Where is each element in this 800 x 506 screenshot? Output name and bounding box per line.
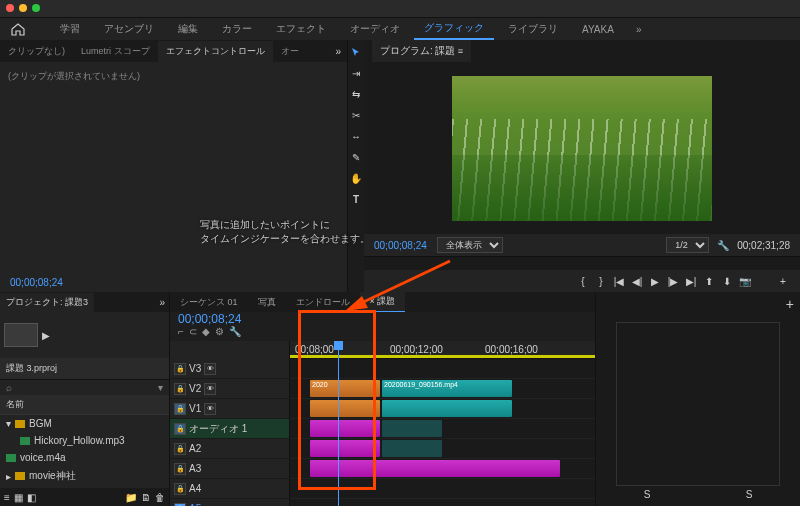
clip[interactable] xyxy=(382,400,512,417)
icon-view-icon[interactable]: ▦ xyxy=(14,492,23,503)
track-area[interactable]: 00;08;00 00;00;12;00 00;00;16;00 2020 20… xyxy=(290,341,595,506)
track-a2-header[interactable]: 🔒A2 xyxy=(170,439,289,459)
ws-tab-assembly[interactable]: アセンブリ xyxy=(94,19,164,39)
track-v2-header[interactable]: 🔒V2👁 xyxy=(170,379,289,399)
search-icon[interactable]: ⌕ xyxy=(6,382,12,393)
track-v1-header[interactable]: 🔒V1👁 xyxy=(170,399,289,419)
track-a1-header[interactable]: 🔒オーディオ 1 xyxy=(170,419,289,439)
settings-icon[interactable]: ⚙ xyxy=(215,326,224,337)
clip[interactable]: 20200619_090156.mp4 xyxy=(382,380,512,397)
new-bin-icon[interactable]: 📁 xyxy=(125,492,137,503)
lock-icon[interactable]: 🔒 xyxy=(174,363,186,375)
panel-overflow-icon[interactable]: » xyxy=(335,46,347,57)
wrench-icon[interactable]: 🔧 xyxy=(229,326,241,337)
extract-button[interactable]: ⬇ xyxy=(720,274,734,288)
ws-tab-audio[interactable]: オーディオ xyxy=(340,19,410,39)
ws-tab-graphics[interactable]: グラフィック xyxy=(414,18,494,40)
list-item[interactable]: voice.m4a xyxy=(0,449,169,466)
export-frame-button[interactable]: 📷 xyxy=(738,274,752,288)
track-row-v1[interactable] xyxy=(290,399,595,419)
project-tab[interactable]: プロジェクト: 課題3 xyxy=(0,293,94,312)
source-timecode[interactable]: 00;00;08;24 xyxy=(10,277,63,288)
pen-tool-icon[interactable]: ✎ xyxy=(350,151,362,163)
ws-tab-color[interactable]: カラー xyxy=(212,19,262,39)
program-tab[interactable]: プログラム: 課題 ≡ xyxy=(372,40,471,62)
program-monitor[interactable] xyxy=(364,62,800,234)
add-button[interactable]: + xyxy=(776,274,790,288)
ripple-tool-icon[interactable]: ⇆ xyxy=(350,88,362,100)
filter-icon[interactable]: ▾ xyxy=(158,382,163,393)
track-select-tool-icon[interactable]: ⇥ xyxy=(350,67,362,79)
tab-lumetri[interactable]: Lumetri スコープ xyxy=(73,41,158,62)
track-row-a3[interactable] xyxy=(290,459,595,479)
name-column-header[interactable]: 名前 xyxy=(0,395,169,415)
mark-out-button[interactable]: } xyxy=(594,274,608,288)
go-to-out-button[interactable]: ▶| xyxy=(684,274,698,288)
list-item[interactable]: Hickory_Hollow.mp3 xyxy=(0,432,169,449)
timeline-timecode[interactable]: 00;00;08;24 xyxy=(178,312,241,326)
slip-tool-icon[interactable]: ↔ xyxy=(350,130,362,142)
track-row-a1[interactable] xyxy=(290,419,595,439)
track-row-a5[interactable] xyxy=(290,499,595,506)
mark-in-button[interactable]: { xyxy=(576,274,590,288)
timeline-tab-photo[interactable]: 写真 xyxy=(248,293,286,312)
razor-tool-icon[interactable]: ✂ xyxy=(350,109,362,121)
new-item-icon[interactable]: 🗎 xyxy=(141,492,151,503)
ws-tab-learn[interactable]: 学習 xyxy=(50,19,90,39)
clip[interactable] xyxy=(310,460,560,477)
clip[interactable] xyxy=(310,400,380,417)
linked-selection-icon[interactable]: ⊂ xyxy=(189,326,197,337)
lock-icon[interactable]: 🔒 xyxy=(174,503,186,507)
track-row-v3[interactable] xyxy=(290,359,595,379)
snap-icon[interactable]: ⌐ xyxy=(178,326,184,337)
lift-button[interactable]: ⬆ xyxy=(702,274,716,288)
add-panel-button[interactable]: + xyxy=(786,296,794,312)
preview-thumbnail[interactable] xyxy=(4,323,38,347)
marker-icon[interactable]: ◆ xyxy=(202,326,210,337)
preview-play-icon[interactable]: ▶ xyxy=(42,330,50,341)
step-back-button[interactable]: ◀| xyxy=(630,274,644,288)
tab-audio-overflow[interactable]: オー xyxy=(273,41,307,62)
home-icon[interactable] xyxy=(10,21,26,37)
selection-tool-icon[interactable] xyxy=(350,46,362,58)
lock-icon[interactable]: 🔒 xyxy=(174,443,186,455)
list-item[interactable]: ▸movie神社 xyxy=(0,466,169,486)
track-row-a4[interactable] xyxy=(290,479,595,499)
wrench-icon[interactable]: 🔧 xyxy=(717,240,729,251)
go-to-in-button[interactable]: |◀ xyxy=(612,274,626,288)
project-overflow-icon[interactable]: » xyxy=(155,297,169,308)
track-a4-header[interactable]: 🔒A4 xyxy=(170,479,289,499)
lock-icon[interactable]: 🔒 xyxy=(174,423,186,435)
freeform-view-icon[interactable]: ◧ xyxy=(27,492,36,503)
eye-icon[interactable]: 👁 xyxy=(204,363,216,375)
program-timecode-in[interactable]: 00;00;08;24 xyxy=(374,240,427,251)
window-controls[interactable] xyxy=(6,4,40,12)
tab-noclip[interactable]: クリップなし) xyxy=(0,41,73,62)
lock-icon[interactable]: 🔒 xyxy=(174,483,186,495)
step-fwd-button[interactable]: |▶ xyxy=(666,274,680,288)
clip[interactable] xyxy=(310,440,380,457)
eye-icon[interactable]: 👁 xyxy=(204,403,216,415)
track-a3-header[interactable]: 🔒A3 xyxy=(170,459,289,479)
ws-overflow-icon[interactable]: » xyxy=(636,24,642,35)
lock-icon[interactable]: 🔒 xyxy=(174,383,186,395)
track-a5-header[interactable]: 🔒A5 xyxy=(170,499,289,506)
lock-icon[interactable]: 🔒 xyxy=(174,403,186,415)
list-view-icon[interactable]: ≡ xyxy=(4,492,10,503)
playhead[interactable] xyxy=(338,341,339,506)
ws-tab-effects[interactable]: エフェクト xyxy=(266,19,336,39)
clip[interactable]: 2020 xyxy=(310,380,380,397)
ws-tab-ayaka[interactable]: AYAKA xyxy=(572,21,624,38)
ws-tab-edit[interactable]: 編集 xyxy=(168,19,208,39)
clip[interactable] xyxy=(310,420,380,437)
clip[interactable] xyxy=(382,440,442,457)
trash-icon[interactable]: 🗑 xyxy=(155,492,165,503)
tab-effect-controls[interactable]: エフェクトコントロール xyxy=(158,41,273,62)
fit-select[interactable]: 全体表示 xyxy=(437,237,503,253)
timeline-tab-seq01[interactable]: シーケンス 01 xyxy=(170,293,248,312)
lock-icon[interactable]: 🔒 xyxy=(174,463,186,475)
track-row-a2[interactable] xyxy=(290,439,595,459)
ws-tab-library[interactable]: ライブラリ xyxy=(498,19,568,39)
clip[interactable] xyxy=(382,420,442,437)
track-row-v2[interactable]: 2020 20200619_090156.mp4 xyxy=(290,379,595,399)
